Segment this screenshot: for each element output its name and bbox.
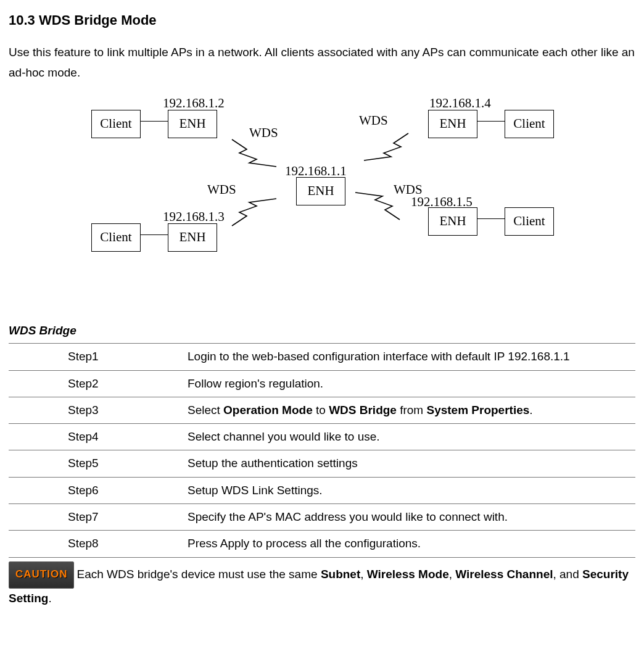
text: to: [313, 404, 329, 416]
table-row: Step7 Specify the AP's MAC address you w…: [9, 504, 635, 531]
enh-tl: ENH: [168, 110, 217, 138]
step-desc: Setup WDS Link Settings.: [186, 477, 635, 503]
client-tr: Client: [505, 110, 554, 138]
text: .: [529, 404, 532, 416]
enh-br: ENH: [428, 207, 477, 236]
text: Each WDS bridge's device must use the sa…: [76, 568, 320, 581]
step-desc: Press Apply to process all the configura…: [186, 531, 635, 557]
step-name: Step6: [67, 477, 186, 503]
step-desc: Follow region's regulation.: [186, 370, 635, 397]
text: , and: [553, 568, 582, 581]
bolt-icon: [361, 131, 411, 162]
step-desc: Select Operation Mode to WDS Bridge from…: [186, 397, 635, 423]
table-row: Step5 Setup the authentication settings: [9, 450, 635, 477]
step-desc: Select channel you would like to use.: [186, 424, 635, 450]
client-tl: Client: [91, 110, 141, 138]
text-bold: System Properties: [426, 404, 529, 416]
bolt-icon: [353, 191, 402, 222]
table-row: Step2 Follow region's regulation.: [9, 370, 635, 397]
text-bold: Wireless Mode: [367, 568, 449, 581]
text: ,: [449, 568, 456, 581]
text: Select: [188, 404, 223, 416]
step-name: Step4: [67, 424, 186, 450]
step-name: Step3: [67, 397, 186, 423]
text: ,: [360, 568, 367, 581]
step-name: Step7: [67, 504, 186, 531]
wds-tr: WDS: [359, 110, 388, 132]
step-name: Step1: [67, 344, 186, 370]
table-row: Step4 Select channel you would like to u…: [9, 424, 635, 450]
enh-tr: ENH: [428, 110, 477, 138]
bolt-icon: [229, 137, 279, 168]
step-name: Step8: [67, 531, 186, 557]
table-row: Step8 Press Apply to process all the con…: [9, 531, 635, 557]
line-br: [477, 218, 505, 220]
bolt-icon: [229, 197, 279, 228]
line-bl: [141, 234, 168, 236]
step-name: Step5: [67, 450, 186, 477]
client-br: Client: [505, 207, 554, 236]
line-tr: [477, 121, 505, 122]
text-bold: Subnet: [321, 568, 360, 581]
enh-center: ENH: [296, 177, 345, 205]
caution-note: CAUTIONEach WDS bridge's device must use…: [9, 561, 635, 608]
section-heading: 10.3 WDS Bridge Mode: [9, 9, 635, 31]
text: .: [48, 592, 51, 605]
table-title: WDS Bridge: [9, 321, 635, 344]
step-name: Step2: [67, 370, 186, 397]
step-desc: Setup the authentication settings: [186, 450, 635, 477]
step-desc: Specify the AP's MAC address you would l…: [186, 504, 635, 531]
enh-bl: ENH: [168, 223, 217, 252]
text-bold: Operation Mode: [223, 404, 313, 416]
text-bold: WDS Bridge: [329, 404, 397, 416]
text-bold: Wireless Channel: [455, 568, 553, 581]
steps-table: Step1 Login to the web-based configurati…: [9, 344, 635, 557]
table-row: Step1 Login to the web-based configurati…: [9, 344, 635, 370]
text: from: [397, 404, 427, 416]
client-bl: Client: [91, 223, 141, 252]
intro-text: Use this feature to link multiple APs in…: [9, 43, 635, 83]
caution-badge-icon: CAUTION: [9, 561, 74, 589]
wds-diagram: 192.168.1.1 ENH 192.168.1.2 ENH Client W…: [26, 93, 618, 284]
step-desc: Login to the web-based configuration int…: [186, 344, 635, 370]
table-row: Step6 Setup WDS Link Settings.: [9, 477, 635, 503]
table-row: Step3 Select Operation Mode to WDS Bridg…: [9, 397, 635, 423]
line-tl: [141, 121, 168, 122]
